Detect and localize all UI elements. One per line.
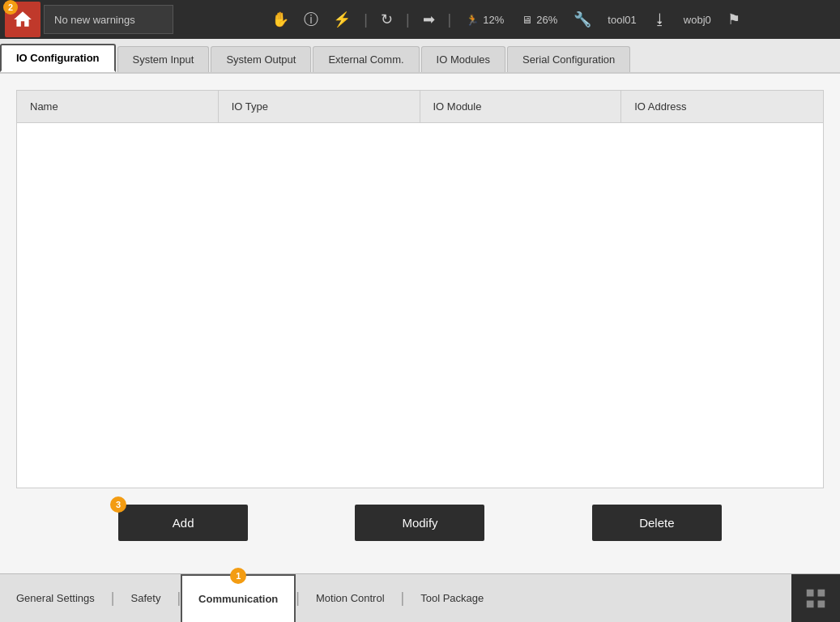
warning-text: No new warnings — [54, 14, 135, 26]
col-io-address: IO Address — [621, 91, 823, 122]
table-body — [17, 123, 823, 484]
wrench-icon[interactable]: 🔧 — [569, 7, 596, 32]
tool-label: tool01 — [601, 14, 642, 26]
col-io-type: IO Type — [219, 91, 420, 122]
modify-button[interactable]: Modify — [355, 505, 484, 541]
wobj-label: wobj0 — [677, 14, 718, 26]
io-table: Name IO Type IO Module IO Address — [16, 90, 824, 488]
nav-general-settings[interactable]: General Settings — [0, 574, 111, 622]
tabs-row: IO Configuration System Input System Out… — [0, 39, 840, 74]
tab-external-comm[interactable]: External Comm. — [313, 46, 419, 72]
grid-icon — [804, 586, 828, 611]
hand-icon[interactable]: ✋ — [266, 7, 294, 32]
arrows-icon[interactable]: ➡ — [418, 7, 440, 32]
flag-icon[interactable]: ⚑ — [723, 7, 745, 32]
action-buttons: 3 Add Modify Delete — [16, 488, 824, 557]
divider1: | — [360, 11, 371, 28]
add-button[interactable]: Add — [118, 505, 248, 541]
nav-tool-package[interactable]: Tool Package — [404, 574, 500, 622]
nav-communication-wrap: 1 Communication — [181, 574, 296, 622]
download-icon[interactable]: ⭳ — [648, 8, 672, 32]
badge-2: 2 — [3, 0, 18, 15]
divider3: | — [445, 11, 455, 28]
monitor-icon: 🖥 — [522, 14, 532, 26]
main-content: Name IO Type IO Module IO Address 3 Add … — [0, 74, 840, 573]
toolbar-icons: ✋ ⓘ ⚡ | ↻ | ➡ | 🏃 12% 🖥 26% 🔧 tool01 ⭳ w… — [177, 6, 835, 32]
tab-io-modules[interactable]: IO Modules — [421, 46, 505, 72]
info-icon[interactable]: ⓘ — [299, 6, 323, 32]
tab-serial-config[interactable]: Serial Configuration — [507, 46, 630, 72]
lightning-icon[interactable]: ⚡ — [328, 7, 356, 32]
badge-1: 1 — [230, 568, 246, 584]
speed-value: 12% — [483, 14, 504, 26]
warning-box: No new warnings — [44, 5, 173, 34]
load-value: 26% — [536, 14, 557, 26]
top-bar: 2 No new warnings ✋ ⓘ ⚡ | ↻ | ➡ | 🏃 12% … — [0, 0, 840, 39]
grid-icon-button[interactable] — [791, 574, 840, 623]
loop-icon[interactable]: ↻ — [376, 7, 398, 32]
speed-stat: 🏃 12% — [459, 14, 510, 26]
col-name: Name — [17, 91, 219, 122]
add-button-wrapper: 3 Add — [118, 505, 248, 541]
delete-button[interactable]: Delete — [592, 505, 722, 541]
table-header: Name IO Type IO Module IO Address — [17, 91, 823, 123]
divider2: | — [403, 11, 413, 28]
nav-safety[interactable]: Safety — [115, 574, 177, 622]
tab-system-input[interactable]: System Input — [117, 46, 210, 72]
load-stat: 🖥 26% — [515, 14, 564, 26]
walk-icon: 🏃 — [466, 14, 479, 26]
tab-system-output[interactable]: System Output — [211, 46, 311, 72]
bottom-nav: General Settings | Safety | 1 Communicat… — [0, 573, 840, 622]
col-io-module: IO Module — [420, 91, 622, 122]
nav-motion-control[interactable]: Motion Control — [300, 574, 401, 622]
tab-io-configuration[interactable]: IO Configuration — [0, 44, 116, 72]
